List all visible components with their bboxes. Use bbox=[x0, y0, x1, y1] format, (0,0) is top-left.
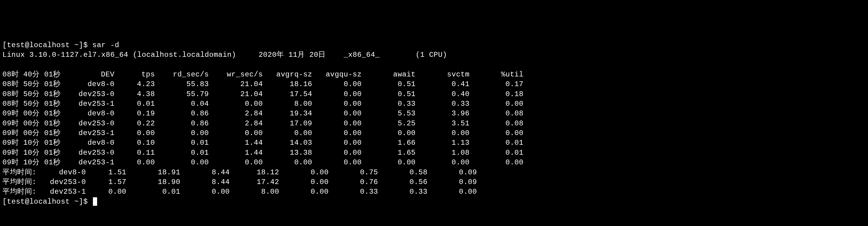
blank-line bbox=[2, 60, 866, 69]
sar-data-row: 09时 10分 01秒 dev253-1 0.00 0.00 0.00 0.00… bbox=[2, 158, 866, 167]
sar-average-row: 平均时间: dev253-0 1.57 18.90 8.44 17.42 0.0… bbox=[2, 177, 866, 187]
system-info-line: Linux 3.10.0-1127.el7.x86_64 (localhost.… bbox=[2, 50, 866, 60]
shell-prompt: [test@localhost ~]$ bbox=[2, 198, 92, 206]
command-text: sar -d bbox=[92, 41, 119, 49]
sar-average-row: 平均时间: dev253-1 0.00 0.01 0.00 8.00 0.00 … bbox=[2, 187, 866, 197]
sar-data-row: 09时 00分 01秒 dev253-0 0.22 0.86 2.84 17.0… bbox=[2, 119, 866, 129]
sar-data-row: 08时 50分 01秒 dev253-0 4.38 55.79 21.04 17… bbox=[2, 89, 866, 99]
cursor-block bbox=[93, 197, 97, 206]
sar-data-row: 09时 10分 01秒 dev253-0 0.11 0.01 1.44 13.3… bbox=[2, 148, 866, 158]
prompt-line: [test@localhost ~]$ sar -d bbox=[2, 40, 866, 50]
sar-average-row: 平均时间: dev8-0 1.51 18.91 8.44 18.12 0.00 … bbox=[2, 168, 866, 177]
sar-data-row: 09时 00分 01秒 dev8-0 0.19 0.86 2.84 19.34 … bbox=[2, 109, 866, 118]
sar-data-row: 09时 10分 01秒 dev8-0 0.10 0.01 1.44 14.03 … bbox=[2, 138, 866, 148]
sar-header-row: 08时 40分 01秒 DEV tps rd_sec/s wr_sec/s av… bbox=[2, 70, 866, 80]
sar-data-row: 08时 50分 01秒 dev253-1 0.01 0.04 0.00 8.00… bbox=[2, 99, 866, 109]
shell-prompt: [test@localhost ~]$ bbox=[2, 41, 92, 49]
prompt-line-final[interactable]: [test@localhost ~]$ bbox=[2, 197, 866, 207]
sar-data-row: 09时 00分 01秒 dev253-1 0.00 0.00 0.00 0.00… bbox=[2, 129, 866, 138]
sar-data-row: 08时 50分 01秒 dev8-0 4.23 55.83 21.04 18.1… bbox=[2, 80, 866, 89]
